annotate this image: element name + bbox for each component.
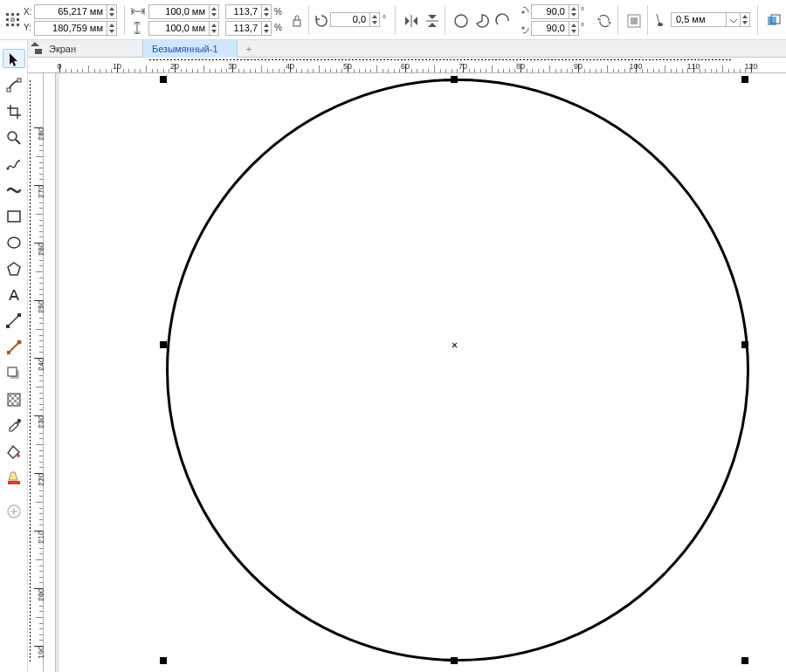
svg-point-32 bbox=[17, 340, 22, 345]
ellipse-button[interactable] bbox=[451, 10, 470, 30]
dimension-tool[interactable] bbox=[3, 311, 25, 330]
scale-x-spinner[interactable] bbox=[262, 4, 272, 19]
shape-tool[interactable] bbox=[3, 75, 25, 94]
artistic-media-tool[interactable] bbox=[3, 180, 25, 199]
width-spinner[interactable] bbox=[210, 4, 219, 19]
crop-tool[interactable] bbox=[3, 101, 25, 120]
outline-width-icon bbox=[653, 12, 669, 30]
svg-rect-37 bbox=[8, 394, 20, 406]
scale-y-spinner[interactable] bbox=[262, 21, 272, 36]
text-tool[interactable] bbox=[3, 285, 25, 304]
quick-customize-button[interactable] bbox=[3, 501, 25, 520]
selection-handle-tl[interactable] bbox=[160, 76, 167, 83]
lock-ratio-button[interactable] bbox=[286, 10, 306, 30]
freehand-tool[interactable] bbox=[3, 154, 25, 173]
selection-handle-br[interactable] bbox=[741, 657, 748, 664]
svg-point-14 bbox=[522, 27, 525, 30]
toolbox bbox=[0, 40, 28, 672]
tab-document-1[interactable]: Безымянный-1 bbox=[143, 40, 238, 58]
ruler-horizontal[interactable]: 0102030405060708090100110120 bbox=[28, 58, 786, 73]
selection-center-marker[interactable] bbox=[452, 342, 458, 348]
arc-end-spinner[interactable] bbox=[569, 21, 579, 36]
polygon-tool[interactable] bbox=[3, 258, 25, 278]
arc-start-input[interactable]: 90,0 bbox=[531, 4, 569, 19]
svg-rect-7 bbox=[11, 24, 14, 26]
mirror-horizontal-button[interactable] bbox=[401, 10, 420, 30]
arc-start-deg: ° bbox=[581, 6, 584, 16]
ruler-vertical[interactable]: 280270260250240230220210200190 bbox=[28, 73, 44, 672]
pick-tool[interactable] bbox=[3, 49, 25, 68]
x-position-spinner[interactable] bbox=[107, 4, 117, 19]
selection-handle-l[interactable] bbox=[160, 341, 167, 348]
connector-tool[interactable] bbox=[3, 337, 25, 356]
height-input[interactable]: 100,0 мм bbox=[148, 21, 210, 36]
ellipse-tool[interactable] bbox=[3, 232, 25, 251]
fill-tool[interactable] bbox=[3, 442, 25, 461]
selection-handle-tr[interactable] bbox=[741, 76, 748, 83]
svg-point-12 bbox=[455, 15, 467, 27]
mirror-vertical-button[interactable] bbox=[422, 10, 441, 30]
x-position-input[interactable]: 65,217 мм bbox=[34, 4, 107, 19]
svg-point-38 bbox=[17, 419, 21, 422]
svg-rect-21 bbox=[17, 79, 21, 82]
svg-rect-2 bbox=[17, 13, 19, 16]
svg-rect-30 bbox=[17, 313, 21, 317]
svg-point-13 bbox=[522, 11, 525, 14]
outline-width-spinner[interactable] bbox=[741, 12, 750, 27]
y-position-spinner[interactable] bbox=[107, 21, 117, 36]
svg-point-26 bbox=[8, 237, 20, 248]
arc-end-input[interactable]: 90,0 bbox=[531, 21, 569, 36]
percent-label-1: % bbox=[274, 7, 282, 17]
tab-add-button[interactable]: + bbox=[243, 43, 255, 55]
svg-rect-1 bbox=[11, 13, 14, 16]
svg-rect-9 bbox=[293, 20, 300, 26]
scale-x-input[interactable]: 113,7 bbox=[225, 4, 262, 19]
drawing-canvas[interactable] bbox=[44, 73, 786, 672]
scale-y-input[interactable]: 113,7 bbox=[225, 21, 262, 36]
eyedropper-tool[interactable] bbox=[3, 415, 25, 435]
rectangle-tool[interactable] bbox=[3, 206, 25, 225]
degree-label: ° bbox=[383, 14, 386, 24]
svg-rect-25 bbox=[8, 211, 20, 222]
transparency-tool[interactable] bbox=[3, 389, 25, 408]
svg-rect-0 bbox=[6, 13, 9, 16]
y-position-input[interactable]: 180,759 мм bbox=[34, 21, 107, 36]
svg-point-24 bbox=[7, 168, 10, 170]
outline-width-dropdown[interactable] bbox=[727, 12, 741, 27]
width-icon bbox=[131, 6, 145, 18]
wrap-text-button[interactable] bbox=[624, 10, 643, 30]
to-front-button[interactable] bbox=[763, 10, 783, 30]
selection-handle-r[interactable] bbox=[741, 341, 748, 348]
rotation-icon bbox=[314, 14, 328, 30]
svg-rect-20 bbox=[7, 88, 10, 92]
selection-handle-b[interactable] bbox=[451, 657, 458, 664]
arc-start-icon bbox=[517, 6, 529, 20]
height-icon bbox=[131, 22, 143, 36]
property-bar: X: Y: 65,217 мм 180,759 мм 100,0 мм 100,… bbox=[0, 0, 786, 40]
rotation-input[interactable]: 0,0 bbox=[330, 12, 370, 27]
percent-label-2: % bbox=[274, 23, 282, 32]
outline-tool[interactable] bbox=[3, 468, 25, 487]
svg-rect-16 bbox=[631, 17, 638, 24]
svg-point-22 bbox=[8, 132, 17, 141]
zoom-tool[interactable] bbox=[3, 127, 25, 147]
selection-handle-bl[interactable] bbox=[160, 657, 167, 664]
width-input[interactable]: 100,0 мм bbox=[148, 4, 210, 19]
arc-direction-button[interactable] bbox=[594, 10, 613, 30]
selection-handle-t[interactable] bbox=[451, 76, 458, 83]
x-label: X: bbox=[24, 7, 31, 17]
height-spinner[interactable] bbox=[210, 21, 219, 36]
arc-start-spinner[interactable] bbox=[569, 4, 579, 19]
outline-width-input[interactable]: 0,5 мм bbox=[671, 12, 727, 27]
arc-end-icon bbox=[517, 22, 529, 36]
tab-welcome[interactable]: Экран приветствия bbox=[28, 40, 143, 58]
rotation-spinner[interactable] bbox=[370, 12, 380, 27]
object-origin-icon[interactable] bbox=[6, 13, 20, 27]
svg-rect-4 bbox=[11, 18, 14, 21]
arc-button[interactable] bbox=[493, 10, 512, 30]
svg-rect-39 bbox=[8, 481, 20, 484]
pie-button[interactable] bbox=[472, 10, 491, 30]
svg-rect-31 bbox=[7, 351, 10, 354]
drop-shadow-tool[interactable] bbox=[3, 363, 25, 382]
ellipse-object[interactable] bbox=[166, 79, 749, 662]
